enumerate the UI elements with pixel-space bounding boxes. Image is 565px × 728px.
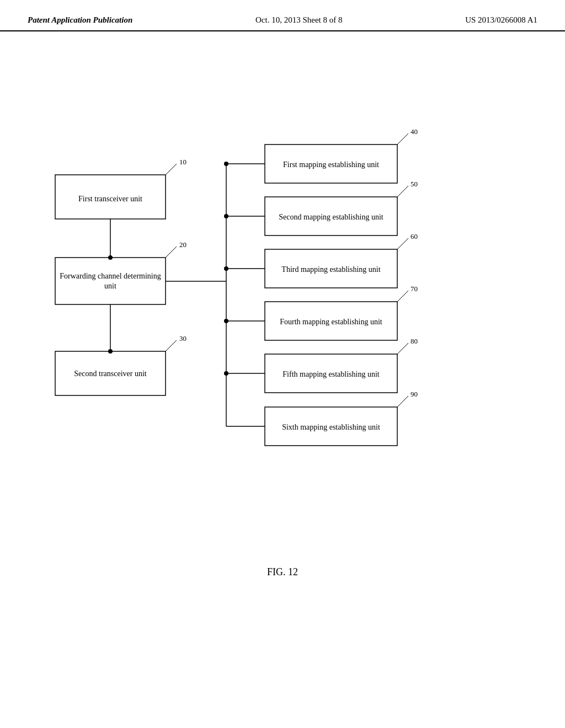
svg-point-9 — [108, 349, 113, 354]
header-left: Patent Application Publication — [28, 15, 132, 25]
svg-rect-2 — [55, 258, 166, 304]
box6-number: 60 — [411, 232, 418, 240]
box6-label: Third mapping establishing unit — [281, 265, 380, 274]
svg-line-3 — [166, 247, 177, 258]
box2-label-line2: unit — [104, 282, 116, 290]
box1-label: First transceiver unit — [78, 195, 142, 203]
box7-label: Fourth mapping establishing unit — [280, 318, 382, 326]
svg-line-5 — [166, 340, 177, 351]
box3-number: 30 — [179, 334, 186, 342]
box5-label: Second mapping establishing unit — [279, 213, 383, 221]
box9-number: 90 — [411, 390, 418, 398]
svg-line-34 — [397, 396, 408, 407]
diagram-svg: text { font-family: 'Times New Roman', T… — [0, 65, 565, 561]
svg-line-28 — [397, 238, 408, 249]
box4-number: 40 — [411, 127, 418, 136]
box1-number: 10 — [179, 158, 186, 166]
svg-line-32 — [397, 343, 408, 354]
figure-label: FIG. 12 — [0, 566, 565, 578]
box7-number: 70 — [411, 285, 418, 293]
box2-label-line1: Forwarding channel determining — [60, 272, 161, 280]
box3-label: Second transceiver unit — [74, 370, 147, 378]
page: Patent Application Publication Oct. 10, … — [0, 0, 565, 728]
svg-line-24 — [397, 133, 408, 144]
svg-line-1 — [166, 164, 177, 175]
header-right: US 2013/0266008 A1 — [465, 15, 537, 25]
box4-label: First mapping establishing unit — [283, 160, 379, 169]
svg-line-26 — [397, 186, 408, 197]
box2-number: 20 — [179, 240, 186, 249]
diagram-area: text { font-family: 'Times New Roman', T… — [0, 65, 565, 561]
box5-number: 50 — [411, 180, 418, 188]
header-center: Oct. 10, 2013 Sheet 8 of 8 — [255, 15, 342, 25]
page-header: Patent Application Publication Oct. 10, … — [0, 0, 565, 31]
svg-point-7 — [108, 255, 113, 260]
box8-number: 80 — [411, 337, 418, 345]
box8-label: Fifth mapping establishing unit — [282, 370, 379, 378]
svg-line-30 — [397, 291, 408, 302]
box9-label: Sixth mapping establishing unit — [282, 423, 380, 431]
